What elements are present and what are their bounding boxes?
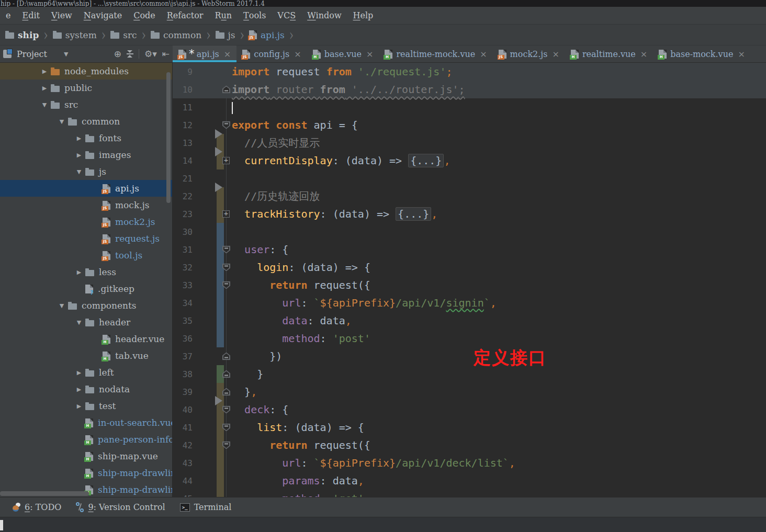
menu-item-edit[interactable]: Edit <box>16 7 45 24</box>
expand-arrow-icon[interactable]: ▶ <box>73 369 85 376</box>
tool-window-button-terminal[interactable]: >_Terminal <box>177 497 235 517</box>
tree-item-src[interactable]: ▼src <box>0 96 172 113</box>
breadcrumb-item-js[interactable]: js <box>213 30 238 40</box>
code-line-44[interactable]: 44 params: data, <box>173 472 766 490</box>
code-line-32[interactable]: 32 login: (data) => { <box>173 258 766 276</box>
tab-base-mock-vue[interactable]: Hbase-mock.vue× <box>653 46 751 62</box>
tree-horizontal-scrollbar[interactable] <box>0 491 89 496</box>
collapse-arrow-icon[interactable]: ▼ <box>55 302 68 309</box>
code-line-33[interactable]: 33 return request({ <box>173 276 766 294</box>
tab-api-js[interactable]: JS*api.js× <box>173 46 236 62</box>
tool-window-button-9-version-control[interactable]: 9: Version Control <box>73 497 168 517</box>
menu-item-vcs[interactable]: VCS <box>272 7 301 24</box>
expand-arrow-icon[interactable]: ▶ <box>73 152 85 159</box>
tree-item-images[interactable]: ▶images <box>0 146 172 163</box>
code-line-41[interactable]: 41 list: (data) => { <box>173 418 766 436</box>
code-line-30[interactable]: 30 <box>173 223 766 241</box>
tree-item-nodata[interactable]: ▶nodata <box>0 381 172 398</box>
tab-mock2-js[interactable]: JSmock2.js× <box>493 46 565 62</box>
breadcrumb-item-api-js[interactable]: JSapi.js <box>247 30 287 40</box>
tree-item-left[interactable]: ▶left <box>0 364 172 381</box>
tab-base-vue[interactable]: Hbase.vue× <box>307 46 379 62</box>
code-line-45[interactable]: 45 method: 'get' <box>173 490 766 497</box>
menu-item-run[interactable]: Run <box>209 7 238 24</box>
gear-icon[interactable]: ⚙▾ <box>144 50 157 59</box>
breadcrumb-item-common[interactable]: common <box>149 30 204 40</box>
close-icon[interactable]: × <box>366 49 373 59</box>
fold-marker-icon[interactable] <box>222 246 230 254</box>
fold-marker-icon[interactable] <box>222 121 230 129</box>
code-line-13[interactable]: 13 //人员实时显示 <box>173 134 766 152</box>
menu-item-window[interactable]: Window <box>301 7 347 24</box>
menu-item-help[interactable]: Help <box>347 7 379 24</box>
breadcrumb-item-system[interactable]: system <box>51 30 99 40</box>
collapse-arrow-icon[interactable]: ▼ <box>38 101 51 108</box>
tree-item-test[interactable]: ▶test <box>0 398 172 414</box>
code-line-9[interactable]: 9import request from './request.js'; <box>173 63 766 81</box>
code-line-34[interactable]: 34 url: `${apiPrefix}/api/v1/signin`, <box>173 294 766 312</box>
fold-marker-icon[interactable] <box>222 86 230 94</box>
close-icon[interactable]: × <box>480 49 487 59</box>
menu-item-navigate[interactable]: Navigate <box>78 7 128 24</box>
expand-arrow-icon[interactable]: ▶ <box>38 68 51 75</box>
tab-config-js[interactable]: JSconfig.js× <box>236 46 307 62</box>
tree-item-tool-js[interactable]: JStool.js <box>0 247 172 264</box>
code-editor[interactable]: 9import request from './request.js';10im… <box>173 63 766 497</box>
code-line-35[interactable]: 35 data: data, <box>173 312 766 330</box>
tree-item-pane-person-info[interactable]: Hpane-person-info. <box>0 431 172 448</box>
fold-marker-icon[interactable] <box>222 370 230 378</box>
fold-marker-icon[interactable] <box>222 264 230 271</box>
fold-marker-icon[interactable] <box>222 353 230 360</box>
code-line-23[interactable]: 23+ trackHistory: (data) => {...}, <box>173 205 766 223</box>
tree-item-less[interactable]: ▶less <box>0 264 172 280</box>
collapse-all-icon[interactable] <box>127 50 133 58</box>
code-line-39[interactable]: 39 }, <box>173 383 766 401</box>
close-icon[interactable]: × <box>224 49 231 59</box>
expand-arrow-icon[interactable]: ▶ <box>73 386 85 393</box>
menu-item-refactor[interactable]: Refactor <box>161 7 209 24</box>
hide-panel-icon[interactable]: ⇤ <box>162 50 170 59</box>
locate-icon[interactable]: ⊕ <box>114 50 121 59</box>
tree-item-header-vue[interactable]: Hheader.vue <box>0 331 172 347</box>
breadcrumb-item-ship[interactable]: ship <box>3 30 41 40</box>
code-line-31[interactable]: 31 user: { <box>173 241 766 258</box>
code-line-36[interactable]: 36 method: 'post' <box>173 330 766 347</box>
tree-item-ship-map-vue[interactable]: Hship-map.vue <box>0 448 172 465</box>
collapse-arrow-icon[interactable]: ▼ <box>73 319 85 326</box>
code-line-12[interactable]: 12export const api = { <box>173 116 766 134</box>
fold-expand-icon[interactable]: + <box>222 210 230 218</box>
tab-realtime-mock-vue[interactable]: Hrealtime-mock.vue× <box>379 46 492 62</box>
close-icon[interactable]: × <box>294 49 301 59</box>
code-line-43[interactable]: 43 url: `${apiPrefix}/api/v1/deck/list`, <box>173 454 766 472</box>
tree-item-gitkeep[interactable]: ?.gitkeep <box>0 280 172 297</box>
close-icon[interactable]: × <box>738 49 745 59</box>
breadcrumb-item-src[interactable]: src <box>108 30 139 40</box>
expand-arrow-icon[interactable]: ▶ <box>73 135 85 142</box>
code-line-11[interactable]: 11 <box>173 98 766 116</box>
code-line-21[interactable]: 21 <box>173 169 766 187</box>
menu-item-e[interactable]: e <box>0 7 16 24</box>
fold-expand-icon[interactable]: + <box>222 157 230 164</box>
tree-item-api-js[interactable]: JSapi.js <box>0 180 172 197</box>
tree-item-js[interactable]: ▼js <box>0 163 172 180</box>
code-line-14[interactable]: 14+ currentDisplay: (data) => {...}, <box>173 152 766 169</box>
chevron-down-icon[interactable]: ▼ <box>64 51 68 58</box>
menu-item-tools[interactable]: Tools <box>238 7 272 24</box>
fold-marker-icon[interactable] <box>222 442 230 449</box>
tool-window-button-6-todo[interactable]: 6: TODO <box>8 497 64 517</box>
code-line-10[interactable]: 10import router from '../../router.js'; <box>173 81 766 98</box>
tree-item-common[interactable]: ▼common <box>0 113 172 130</box>
tree-item-request-js[interactable]: JSrequest.js <box>0 230 172 247</box>
close-icon[interactable]: × <box>640 49 647 59</box>
expand-arrow-icon[interactable]: ▶ <box>73 403 85 410</box>
tree-item-tab-vue[interactable]: Htab.vue <box>0 347 172 364</box>
code-line-40[interactable]: 40 deck: { <box>173 401 766 418</box>
fold-marker-icon[interactable] <box>222 281 230 289</box>
code-line-22[interactable]: 22 //历史轨迹回放 <box>173 187 766 205</box>
tree-item-in-out-search-vue[interactable]: Hin-out-search.vue <box>0 414 172 431</box>
tree-vertical-scrollbar[interactable] <box>166 72 171 203</box>
code-line-42[interactable]: 42 return request({ <box>173 436 766 454</box>
menu-item-code[interactable]: Code <box>128 7 161 24</box>
tab-realtime-vue[interactable]: Hrealtime.vue× <box>565 46 653 62</box>
tree-item-mock-js[interactable]: JSmock.js <box>0 197 172 213</box>
